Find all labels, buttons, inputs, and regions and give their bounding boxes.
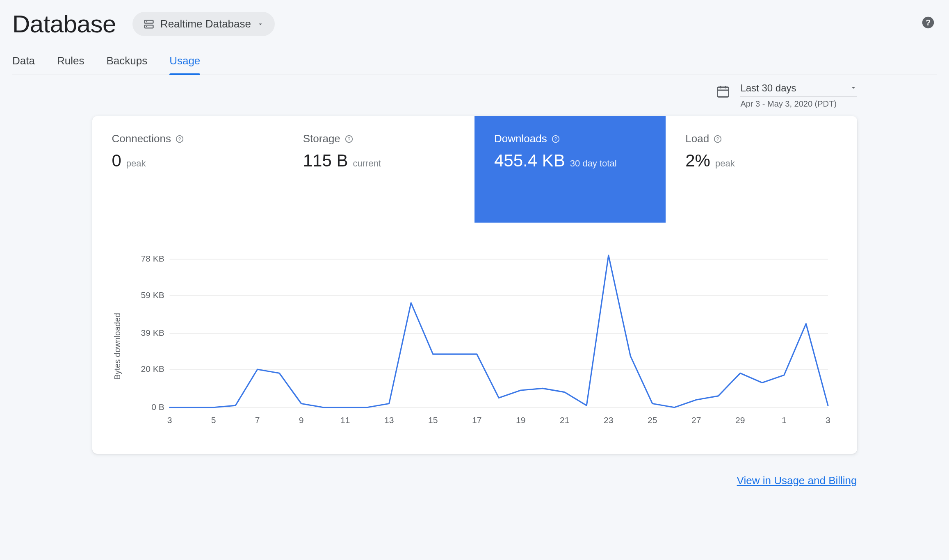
svg-text:39 KB: 39 KB bbox=[141, 328, 164, 337]
dropdown-arrow-icon bbox=[850, 82, 857, 94]
svg-text:?: ? bbox=[348, 136, 351, 142]
svg-text:78 KB: 78 KB bbox=[141, 254, 164, 263]
view-usage-billing-link[interactable]: View in Usage and Billing bbox=[737, 474, 857, 487]
svg-text:29: 29 bbox=[735, 415, 745, 425]
metric-sub: current bbox=[353, 158, 381, 169]
svg-text:23: 23 bbox=[604, 415, 613, 425]
date-range-row: Last 30 days Apr 3 - May 3, 2020 (PDT) bbox=[92, 82, 857, 109]
metric-value-row: 455.4 KB 30 day total bbox=[494, 151, 646, 171]
svg-text:59 KB: 59 KB bbox=[141, 290, 164, 300]
metric-value-row: 115 B current bbox=[303, 151, 455, 171]
svg-text:15: 15 bbox=[428, 415, 437, 425]
content: Last 30 days Apr 3 - May 3, 2020 (PDT) C… bbox=[92, 75, 857, 487]
svg-text:17: 17 bbox=[472, 415, 481, 425]
downloads-chart: 0 B20 KB39 KB59 KB78 KB35791113151719212… bbox=[126, 247, 837, 429]
svg-text:25: 25 bbox=[648, 415, 657, 425]
svg-text:1: 1 bbox=[781, 415, 786, 425]
chart-wrap: Bytes downloaded 0 B20 KB39 KB59 KB78 KB… bbox=[113, 247, 837, 429]
svg-text:?: ? bbox=[926, 18, 931, 27]
info-icon[interactable]: ? bbox=[551, 134, 560, 143]
footer-link-row: View in Usage and Billing bbox=[92, 474, 857, 487]
svg-text:0 B: 0 B bbox=[151, 402, 164, 412]
page-title: Database bbox=[12, 10, 116, 38]
metric-storage[interactable]: Storage ? 115 B current bbox=[283, 116, 474, 223]
usage-card: Connections ? 0 peak Storage ? bbox=[92, 116, 857, 454]
metric-value: 455.4 KB bbox=[494, 151, 565, 171]
date-range-sub: Apr 3 - May 3, 2020 (PDT) bbox=[740, 99, 857, 109]
date-range-main: Last 30 days bbox=[740, 82, 857, 97]
metric-title-text: Load bbox=[685, 132, 709, 145]
chevron-down-icon bbox=[257, 20, 264, 28]
metric-value-row: 2% peak bbox=[685, 151, 837, 171]
tab-backups[interactable]: Backups bbox=[106, 50, 147, 75]
svg-text:?: ? bbox=[178, 136, 181, 142]
database-icon bbox=[143, 18, 155, 30]
help-icon[interactable]: ? bbox=[921, 16, 935, 31]
svg-text:3: 3 bbox=[826, 415, 830, 425]
metric-value-row: 0 peak bbox=[112, 151, 264, 171]
calendar-icon bbox=[716, 84, 730, 99]
svg-point-3 bbox=[146, 26, 147, 27]
database-selector-label: Realtime Database bbox=[160, 18, 251, 30]
svg-text:20 KB: 20 KB bbox=[141, 364, 164, 373]
chart-svg-box: 0 B20 KB39 KB59 KB78 KB35791113151719212… bbox=[126, 247, 837, 429]
svg-rect-0 bbox=[144, 20, 153, 23]
svg-text:13: 13 bbox=[384, 415, 393, 425]
metric-connections[interactable]: Connections ? 0 peak bbox=[92, 116, 283, 223]
svg-text:?: ? bbox=[554, 136, 557, 142]
tabs: Data Rules Backups Usage bbox=[12, 50, 937, 75]
date-range-selector[interactable]: Last 30 days Apr 3 - May 3, 2020 (PDT) bbox=[716, 82, 857, 109]
page-header: Database Realtime Database ? bbox=[12, 0, 937, 46]
date-range-label: Last 30 days bbox=[740, 82, 796, 94]
metric-sub: peak bbox=[126, 158, 146, 169]
metric-title: Downloads ? bbox=[494, 132, 646, 145]
y-axis-label: Bytes downloaded bbox=[113, 247, 122, 429]
tab-rules[interactable]: Rules bbox=[57, 50, 84, 75]
metric-title: Connections ? bbox=[112, 132, 264, 145]
metric-sub: peak bbox=[715, 158, 735, 169]
metric-value: 0 bbox=[112, 151, 121, 171]
metric-title-text: Storage bbox=[303, 132, 340, 145]
svg-rect-6 bbox=[718, 87, 729, 97]
metric-sub: 30 day total bbox=[570, 158, 617, 169]
tab-usage[interactable]: Usage bbox=[169, 50, 200, 75]
metric-downloads[interactable]: Downloads ? 455.4 KB 30 day total bbox=[474, 116, 666, 223]
svg-text:19: 19 bbox=[516, 415, 525, 425]
metric-title-text: Connections bbox=[112, 132, 171, 145]
metric-value: 115 B bbox=[303, 151, 348, 171]
metric-value: 2% bbox=[685, 151, 710, 171]
database-selector[interactable]: Realtime Database bbox=[132, 12, 275, 36]
metric-title-text: Downloads bbox=[494, 132, 547, 145]
metric-load[interactable]: Load ? 2% peak bbox=[666, 116, 857, 223]
info-icon[interactable]: ? bbox=[344, 134, 354, 143]
metric-title: Load ? bbox=[685, 132, 837, 145]
info-icon[interactable]: ? bbox=[713, 134, 722, 143]
tab-data[interactable]: Data bbox=[12, 50, 35, 75]
metrics-row: Connections ? 0 peak Storage ? bbox=[92, 116, 857, 223]
metric-title: Storage ? bbox=[303, 132, 455, 145]
svg-text:3: 3 bbox=[167, 415, 172, 425]
svg-text:21: 21 bbox=[560, 415, 569, 425]
svg-rect-1 bbox=[144, 25, 153, 28]
date-range-text: Last 30 days Apr 3 - May 3, 2020 (PDT) bbox=[740, 82, 857, 109]
svg-text:11: 11 bbox=[340, 415, 349, 425]
svg-text:5: 5 bbox=[211, 415, 216, 425]
svg-point-2 bbox=[146, 21, 147, 22]
info-icon[interactable]: ? bbox=[175, 134, 184, 143]
svg-text:7: 7 bbox=[255, 415, 260, 425]
svg-text:?: ? bbox=[716, 136, 719, 142]
chart-area: Bytes downloaded 0 B20 KB39 KB59 KB78 KB… bbox=[92, 223, 857, 454]
svg-text:9: 9 bbox=[299, 415, 303, 425]
svg-text:27: 27 bbox=[691, 415, 701, 425]
